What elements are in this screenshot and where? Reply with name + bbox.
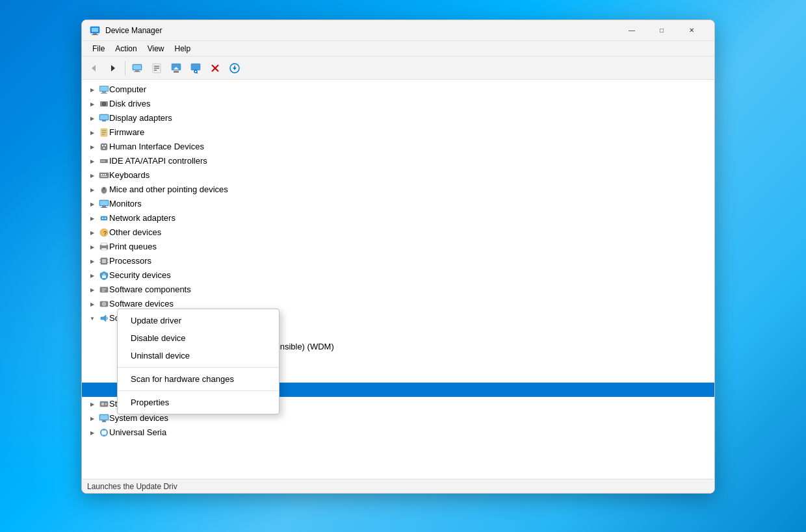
expand-print[interactable]: ▶ [87, 242, 98, 252]
svg-line-19 [196, 72, 198, 73]
menu-action[interactable]: Action [110, 43, 142, 55]
tree-item-display[interactable]: ▶ Display adapters [82, 111, 714, 125]
expand-software-components[interactable]: ▶ [87, 285, 98, 295]
context-sep-1 [118, 367, 279, 368]
window-controls: — □ ✕ [617, 20, 707, 41]
svg-point-18 [194, 70, 197, 73]
icon-firmware [99, 127, 109, 138]
tree-item-processors[interactable]: ▶ Processors [82, 254, 714, 268]
svg-rect-45 [103, 160, 105, 162]
scan-button[interactable] [187, 59, 205, 77]
expand-system[interactable]: ▶ [87, 413, 98, 424]
menu-view[interactable]: View [142, 43, 170, 55]
menu-help[interactable]: Help [170, 43, 196, 55]
tree-item-computer[interactable]: ▶ Computer [82, 82, 714, 97]
uninstall-icon [210, 63, 220, 73]
maximize-button[interactable]: □ [647, 20, 677, 41]
expand-sound[interactable]: ▼ [87, 313, 98, 323]
context-scan-hardware[interactable]: Scan for hardware changes [118, 370, 279, 388]
context-properties[interactable]: Properties [118, 394, 279, 411]
expand-hid[interactable]: ▶ [87, 142, 98, 152]
minimize-button[interactable]: — [617, 20, 647, 41]
svg-marker-5 [111, 65, 115, 71]
icon-hid [99, 142, 109, 152]
expand-network[interactable]: ▶ [87, 213, 98, 223]
expand-display[interactable]: ▶ [87, 113, 98, 123]
icon-other: ? [99, 227, 109, 238]
svg-rect-58 [101, 216, 107, 220]
tree-item-software-components[interactable]: ▶ Software components [82, 283, 714, 297]
expand-processors[interactable]: ▶ [87, 256, 98, 266]
uninstall-button[interactable] [206, 59, 224, 77]
menu-bar: File Action View Help [82, 41, 714, 57]
icon-software-devices [99, 299, 109, 309]
tree-item-firmware[interactable]: ▶ Firmware [82, 125, 714, 140]
scan-icon [190, 63, 201, 73]
svg-rect-1 [92, 28, 98, 32]
context-update-driver[interactable]: Update driver [118, 312, 279, 329]
label-ide: IDE ATA/ATAPI controllers [109, 154, 207, 168]
label-usb: Universal Seria [109, 425, 166, 440]
label-network: Network adapters [109, 211, 176, 225]
tree-item-keyboards[interactable]: ▶ Keyboards [82, 168, 714, 183]
window-title: Device Manager [105, 26, 617, 35]
properties-button[interactable] [148, 59, 166, 77]
expand-monitors[interactable]: ▶ [87, 199, 98, 209]
context-uninstall-device[interactable]: Uninstall device [118, 347, 279, 364]
device-tree[interactable]: ▶ Computer ▶ Disk drives ▶ Di [82, 80, 714, 479]
update-driver-button[interactable] [167, 59, 185, 77]
icon-security [99, 270, 109, 281]
icon-computer [99, 84, 109, 95]
tree-item-security[interactable]: ▶ Security devices [82, 268, 714, 283]
tree-item-ide[interactable]: ▶ IDE ATA/ATAPI controllers [82, 154, 714, 168]
svg-rect-3 [92, 34, 98, 35]
icon-sound [99, 313, 109, 323]
expand-ide[interactable]: ▶ [87, 156, 98, 166]
expand-computer[interactable]: ▶ [87, 84, 98, 95]
expand-disk[interactable]: ▶ [87, 99, 98, 109]
computer-button[interactable] [128, 59, 146, 77]
icon-system [99, 413, 109, 424]
expand-mice[interactable]: ▶ [87, 184, 98, 195]
tree-item-monitors[interactable]: ▶ Monitors [82, 197, 714, 211]
expand-storage[interactable]: ▶ [87, 399, 98, 409]
svg-rect-27 [102, 92, 106, 93]
expand-software-devices[interactable]: ▶ [87, 299, 98, 309]
download-icon [229, 63, 240, 73]
expand-oppo-handsfree [107, 370, 117, 381]
tree-item-mice[interactable]: ▶ Mice and other pointing devices [82, 183, 714, 197]
download-button[interactable] [226, 59, 244, 77]
svg-rect-90 [100, 415, 108, 420]
svg-rect-2 [93, 33, 97, 34]
icon-software-components [99, 285, 109, 295]
svg-point-88 [105, 403, 107, 405]
close-button[interactable]: ✕ [677, 20, 707, 41]
context-disable-device[interactable]: Disable device [118, 329, 279, 347]
svg-rect-42 [103, 147, 105, 149]
back-button[interactable] [84, 59, 103, 77]
tree-item-usb[interactable]: ▶ Universal Seria [82, 425, 714, 440]
expand-keyboards[interactable]: ▶ [87, 170, 98, 181]
menu-file[interactable]: File [87, 43, 110, 55]
icon-usb [99, 427, 109, 438]
svg-rect-34 [102, 120, 106, 121]
tree-item-print[interactable]: ▶ Print queues [82, 240, 714, 254]
expand-usb[interactable]: ▶ [87, 427, 98, 438]
svg-rect-56 [102, 206, 106, 207]
toolbar [82, 57, 714, 80]
tree-item-network[interactable]: ▶ Network adapters [82, 211, 714, 225]
label-monitors: Monitors [109, 197, 142, 211]
tree-item-hid[interactable]: ▶ Human Interface Devices [82, 140, 714, 154]
svg-rect-40 [102, 145, 103, 146]
expand-other[interactable]: ▶ [87, 227, 98, 238]
context-sep-2 [118, 390, 279, 391]
expand-security[interactable]: ▶ [87, 270, 98, 281]
label-display: Display adapters [109, 111, 172, 125]
label-firmware: Firmware [109, 125, 144, 140]
icon-display [99, 113, 109, 123]
expand-firmware[interactable]: ▶ [87, 127, 98, 138]
svg-rect-91 [102, 420, 106, 422]
tree-item-other[interactable]: ▶ ? Other devices [82, 225, 714, 240]
tree-item-disk[interactable]: ▶ Disk drives [82, 97, 714, 111]
forward-button[interactable] [104, 59, 122, 77]
